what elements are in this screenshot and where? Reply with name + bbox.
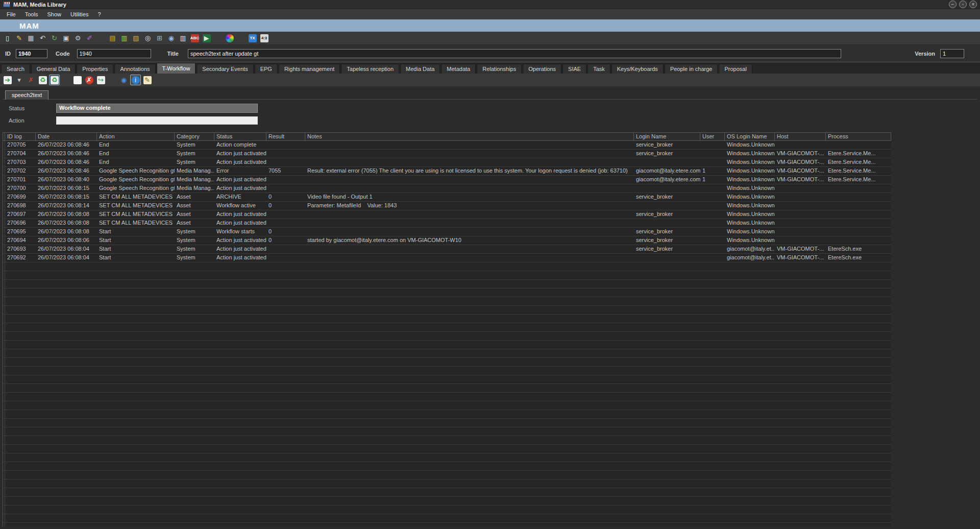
- menu-utilities[interactable]: Utilities: [66, 10, 93, 18]
- empty-log-row: [3, 471, 891, 479]
- column-header-host[interactable]: Host: [775, 133, 826, 140]
- run-action-dropdown-icon[interactable]: ▾: [14, 75, 24, 85]
- delete-action-icon[interactable]: ✗: [26, 75, 36, 85]
- tab-epg[interactable]: EPG: [255, 64, 278, 74]
- edit-document-icon[interactable]: ✎: [14, 33, 24, 43]
- edit-notes-icon[interactable]: ✎: [142, 75, 153, 85]
- log-row[interactable]: 27070026/07/2023 06:08:15Google Speech R…: [3, 184, 891, 193]
- cell-id-log: 270704: [5, 150, 36, 158]
- schedule-grid-icon[interactable]: ▤: [107, 33, 118, 43]
- log-row[interactable]: 27070526/07/2023 06:08:46EndSystemAction…: [3, 141, 891, 150]
- column-header-notes[interactable]: Notes: [305, 133, 634, 140]
- log-row[interactable]: 27069826/07/2023 06:08:14SET CM ALL META…: [3, 202, 891, 210]
- levels-icon[interactable]: ▥: [119, 33, 130, 43]
- tab-siae[interactable]: SIAE: [562, 64, 586, 74]
- code-field[interactable]: [77, 49, 151, 58]
- run-action-icon[interactable]: ➔: [2, 75, 13, 85]
- tab-search[interactable]: Search: [1, 64, 30, 74]
- minimize-button[interactable]: −: [949, 1, 957, 8]
- menu-show[interactable]: Show: [42, 10, 66, 18]
- column-header-process[interactable]: Process: [826, 133, 891, 140]
- log-row[interactable]: 27070426/07/2023 06:08:46EndSystemAction…: [3, 150, 891, 158]
- log-row[interactable]: 27070326/07/2023 06:08:46EndSystemAction…: [3, 158, 891, 167]
- tab-people-in-charge[interactable]: People in charge: [665, 64, 718, 74]
- refresh-status-alt-icon[interactable]: ♻: [49, 75, 60, 85]
- title-field[interactable]: [188, 49, 841, 58]
- workflow-toolbar: ➔▾✗♻♻✗↪◉i✎: [0, 74, 980, 87]
- log-row[interactable]: 27069326/07/2023 06:08:04StartSystemActi…: [3, 245, 891, 254]
- column-header-id-log[interactable]: ID log: [5, 133, 36, 140]
- media-folder-icon[interactable]: ▨: [131, 33, 141, 43]
- document-blank-icon[interactable]: [72, 75, 83, 85]
- log-row[interactable]: 27069526/07/2023 06:08:08StartSystemWork…: [3, 228, 891, 236]
- cell-id-log: 270700: [5, 184, 36, 193]
- menu-[interactable]: ?: [93, 10, 105, 18]
- tab-proposal[interactable]: Proposal: [719, 64, 752, 74]
- asset-properties-icon[interactable]: ⚙: [72, 33, 83, 43]
- tab-speech2text[interactable]: speech2text: [5, 90, 48, 100]
- search-binoculars-icon[interactable]: ◎: [142, 33, 153, 43]
- column-header-login-name[interactable]: Login Name: [634, 133, 700, 140]
- tab-operations[interactable]: Operations: [523, 64, 561, 74]
- info-icon[interactable]: i: [130, 75, 141, 85]
- tx-status-icon[interactable]: TX: [247, 33, 258, 43]
- tab-media-data[interactable]: Media Data: [400, 64, 440, 74]
- log-row[interactable]: 27069626/07/2023 06:08:08SET CM ALL META…: [3, 219, 891, 228]
- log-row[interactable]: 27069926/07/2023 06:08:15SET CM ALL META…: [3, 193, 891, 202]
- refresh-status-icon[interactable]: ♻: [37, 75, 48, 85]
- tab-annotations[interactable]: Annotations: [114, 64, 155, 74]
- tab-metadata[interactable]: Metadata: [441, 64, 476, 74]
- log-row[interactable]: 27069226/07/2023 06:08:04StartSystemActi…: [3, 254, 891, 262]
- column-header-date[interactable]: Date: [36, 133, 97, 140]
- aspect-ratio-icon[interactable]: 4:3: [259, 33, 270, 43]
- column-header-action[interactable]: Action: [97, 133, 175, 140]
- cell-notes: [305, 245, 634, 253]
- tab-general-data[interactable]: General Data: [31, 64, 76, 74]
- empty-log-row: [3, 332, 891, 341]
- log-row[interactable]: 27070226/07/2023 06:08:46Google Speech R…: [3, 167, 891, 176]
- export-media-icon[interactable]: ▶: [201, 33, 212, 43]
- id-field[interactable]: [16, 49, 47, 58]
- menu-file[interactable]: File: [2, 10, 20, 18]
- action-field[interactable]: [56, 116, 258, 125]
- restore-button[interactable]: ▫: [959, 1, 967, 8]
- view-log-icon[interactable]: ◉: [118, 75, 129, 85]
- tab-properties[interactable]: Properties: [77, 64, 113, 74]
- log-row[interactable]: 27070126/07/2023 06:08:40Google Speech R…: [3, 176, 891, 184]
- undo-icon[interactable]: ↶: [37, 33, 48, 43]
- empty-log-row: [3, 297, 891, 306]
- column-header-category[interactable]: Category: [175, 133, 214, 140]
- log-row[interactable]: 27069426/07/2023 06:08:06StartSystemActi…: [3, 236, 891, 245]
- close-button[interactable]: ×: [969, 1, 977, 8]
- spell-check-icon[interactable]: ABC: [189, 33, 200, 43]
- menu-tools[interactable]: Tools: [20, 10, 43, 18]
- log-row[interactable]: 27069726/07/2023 06:08:08SET CM ALL META…: [3, 210, 891, 219]
- version-field[interactable]: [940, 49, 964, 58]
- cell-process: EtereSch.exe: [826, 245, 891, 253]
- cell-process: [826, 228, 891, 236]
- column-header-status[interactable]: Status: [214, 133, 266, 140]
- column-header-user[interactable]: User: [700, 133, 725, 140]
- cell-category: Asset: [175, 210, 214, 219]
- tab-task[interactable]: Task: [587, 64, 610, 74]
- copy-asset-icon[interactable]: ▣: [61, 33, 71, 43]
- refresh-asset-icon[interactable]: ↻: [49, 33, 60, 43]
- windows-layers-icon[interactable]: ⊞: [154, 33, 165, 43]
- tab-t-workflow[interactable]: T-Workflow: [157, 63, 196, 74]
- tab-secondary-events[interactable]: Secondary Events: [197, 64, 253, 74]
- column-header-result[interactable]: Result: [266, 133, 305, 140]
- cell-id-log: 270695: [5, 228, 36, 236]
- color-wheel-icon[interactable]: [224, 33, 235, 43]
- stop-action-icon[interactable]: ✗: [84, 75, 94, 85]
- tab-tapeless-reception[interactable]: Tapeless reception: [341, 64, 399, 74]
- new-document-icon[interactable]: ▯: [2, 33, 13, 43]
- tab-relationships[interactable]: Relationships: [477, 64, 522, 74]
- preview-document-icon[interactable]: ◉: [166, 33, 177, 43]
- save-icon[interactable]: ▦: [26, 33, 36, 43]
- edit-brush-icon[interactable]: ✐: [84, 33, 95, 43]
- tab-rights-management[interactable]: Rights management: [279, 64, 340, 74]
- tab-keys-keyboards[interactable]: Keys/Keyboards: [611, 64, 664, 74]
- film-clip-icon[interactable]: ▥: [178, 33, 188, 43]
- column-header-os-login-name[interactable]: OS Login Name: [725, 133, 775, 140]
- restart-action-icon[interactable]: ↪: [95, 75, 106, 85]
